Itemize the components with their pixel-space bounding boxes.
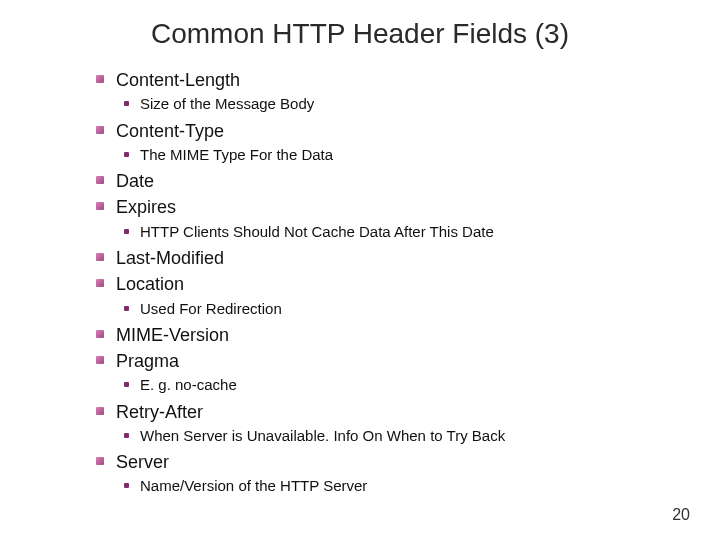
list-item: Content-Type	[96, 119, 680, 143]
sub-list: The MIME Type For the Data	[96, 145, 680, 165]
list-item: Date	[96, 169, 680, 193]
sub-list-item: Size of the Message Body	[124, 94, 680, 114]
list-item-label: Server	[116, 452, 169, 472]
sub-list-item: Used For Redirection	[124, 299, 680, 319]
list-item: Last-Modified	[96, 246, 680, 270]
sub-list: E. g. no-cache	[96, 375, 680, 395]
slide: Common HTTP Header Fields (3) Content-Le…	[0, 0, 720, 540]
list-item-label: Date	[116, 171, 154, 191]
sub-list: HTTP Clients Should Not Cache Data After…	[96, 222, 680, 242]
list-item: MIME-Version	[96, 323, 680, 347]
list-item: Content-Length	[96, 68, 680, 92]
list-item-label: Pragma	[116, 351, 179, 371]
list-item-label: Content-Type	[116, 121, 224, 141]
list-item: Location	[96, 272, 680, 296]
list-item: Server	[96, 450, 680, 474]
list-item-label: Location	[116, 274, 184, 294]
sub-list-item: HTTP Clients Should Not Cache Data After…	[124, 222, 680, 242]
outline-list: Content-LengthSize of the Message BodyCo…	[40, 68, 680, 497]
sub-list-item: Name/Version of the HTTP Server	[124, 476, 680, 496]
sub-list: Size of the Message Body	[96, 94, 680, 114]
sub-list: Used For Redirection	[96, 299, 680, 319]
sub-list-item: E. g. no-cache	[124, 375, 680, 395]
list-item: Retry-After	[96, 400, 680, 424]
list-item-label: Retry-After	[116, 402, 203, 422]
sub-list-item: The MIME Type For the Data	[124, 145, 680, 165]
sub-list: When Server is Unavailable. Info On When…	[96, 426, 680, 446]
sub-list: Name/Version of the HTTP Server	[96, 476, 680, 496]
slide-title: Common HTTP Header Fields (3)	[40, 18, 680, 50]
list-item: Pragma	[96, 349, 680, 373]
sub-list-item: When Server is Unavailable. Info On When…	[124, 426, 680, 446]
list-item-label: Last-Modified	[116, 248, 224, 268]
list-item: Expires	[96, 195, 680, 219]
page-number: 20	[672, 506, 690, 524]
list-item-label: Expires	[116, 197, 176, 217]
list-item-label: MIME-Version	[116, 325, 229, 345]
list-item-label: Content-Length	[116, 70, 240, 90]
